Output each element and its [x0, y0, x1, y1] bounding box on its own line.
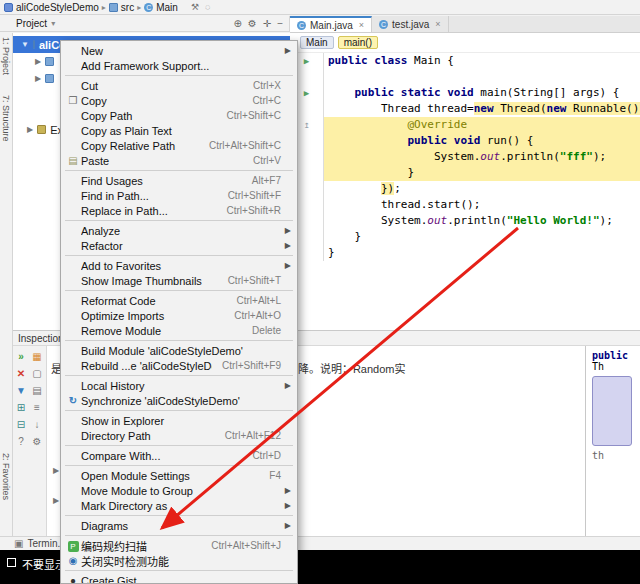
gear-icon[interactable]: ⚙: [248, 18, 257, 29]
menu-item-label: Cut: [81, 80, 243, 92]
menu-item-add-to-favorites[interactable]: Add to Favorites▶: [61, 258, 297, 273]
class-icon: C: [297, 21, 306, 30]
menu-item-synchronize[interactable]: ↻Synchronize 'aliCodeStyleDemo': [61, 393, 297, 408]
close-tab-icon[interactable]: ×: [435, 19, 440, 29]
expand-arrow-icon[interactable]: ▶: [35, 74, 41, 83]
filter-icon[interactable]: ▼: [16, 385, 26, 396]
pin-icon[interactable]: ▢: [32, 368, 41, 379]
editor-tab-test.java[interactable]: Ctest.java×: [372, 16, 449, 32]
gear-icon[interactable]: ⚙: [33, 436, 42, 447]
search-icon[interactable]: ◌: [205, 2, 210, 12]
locate-icon[interactable]: ⊕: [233, 18, 241, 29]
close-icon[interactable]: ✕: [17, 368, 25, 379]
menu-item-label: Show in Explorer: [81, 415, 281, 427]
menu-item-copy-as-plain-text[interactable]: Copy as Plain Text: [61, 123, 297, 138]
chevron-down-icon[interactable]: ▾: [51, 19, 55, 28]
export-icon[interactable]: ▦: [32, 351, 41, 362]
menu-item-copy-relative-path[interactable]: Copy Relative PathCtrl+Alt+Shift+C: [61, 138, 297, 153]
menu-item-label: Analyze: [81, 225, 281, 237]
menu-item-show-image-thumbnails[interactable]: Show Image ThumbnailsCtrl+Shift+T: [61, 273, 297, 288]
menu-item-add-framework-support[interactable]: Add Framework Support...: [61, 58, 297, 73]
code-line: thread.start();: [290, 197, 640, 213]
menu-item-show-in-explorer[interactable]: Show in Explorer: [61, 413, 297, 428]
menu-item-remove-module[interactable]: Remove ModuleDelete: [61, 323, 297, 338]
menu-item-optimize-imports[interactable]: Optimize ImportsCtrl+Alt+O: [61, 308, 297, 323]
menu-item-label: Copy as Plain Text: [81, 125, 281, 137]
sync-icon: ↻: [65, 395, 81, 406]
menu-item-shortcut: Ctrl+Shift+R: [227, 205, 281, 216]
help-icon[interactable]: ?: [18, 436, 24, 447]
nav-crumb-main[interactable]: Main: [156, 2, 178, 13]
nav-crumb-project[interactable]: aliCodeStyleDemo: [16, 2, 99, 13]
menu-item-move-module-to-group[interactable]: Move Module to Group▶: [61, 483, 297, 498]
menu-item-analyze[interactable]: Analyze▶: [61, 223, 297, 238]
tool-button-favorites[interactable]: 2: Favorites: [1, 453, 11, 500]
collapse-icon[interactable]: ✛: [263, 18, 271, 29]
menu-item-shortcut: Ctrl+Alt+O: [234, 310, 281, 321]
code-editor[interactable]: Main main() ▶public class Main {▶ public…: [290, 33, 640, 330]
menu-item-label: Remove Module: [81, 325, 242, 337]
inspection-toolbar: » ▦ ✕ ▢ ▼ ▤ ⊞ ≡ ⊟ ↓ ? ⚙: [13, 346, 47, 536]
menu-item-label: Synchronize 'aliCodeStyleDemo': [81, 395, 281, 407]
menu-item-new[interactable]: New▶: [61, 43, 297, 58]
tool-button-structure[interactable]: 7: Structure: [1, 95, 11, 142]
menu-item-label: Copy Relative Path: [81, 140, 199, 152]
menu-item-copy[interactable]: ❐CopyCtrl+C: [61, 93, 297, 108]
menu-item-shortcut: Ctrl+Alt+F12: [225, 430, 281, 441]
submenu-arrow-icon: ▶: [281, 226, 291, 235]
breadcrumb-class-chip[interactable]: Main: [300, 36, 334, 49]
settings-icon[interactable]: ≡: [34, 402, 40, 413]
menu-item-rebuild-module[interactable]: Rebuild ...e 'aliCodeStyleDemo'Ctrl+Shif…: [61, 358, 297, 373]
expand-arrow-icon[interactable]: ▼: [21, 40, 29, 49]
menu-item-label: Copy Path: [81, 110, 217, 122]
submenu-arrow-icon: ▶: [281, 521, 291, 530]
menu-item-find-in-path[interactable]: Find in Path...Ctrl+Shift+F: [61, 188, 297, 203]
expand-arrow-icon[interactable]: ▶: [27, 125, 33, 134]
build-icon[interactable]: ⚒: [191, 2, 199, 12]
code-line: ↥ @Override: [290, 117, 640, 133]
preview-highlight-box: [592, 376, 632, 446]
tool-button-project[interactable]: 1: Project: [1, 37, 11, 75]
menu-item-label: 关闭实时检测功能: [81, 553, 281, 569]
breadcrumb-method-chip[interactable]: main(): [338, 36, 378, 49]
editor-tab-Main.java[interactable]: CMain.java×: [290, 16, 372, 32]
ali-icon: P: [65, 540, 81, 552]
expand-arrow-icon[interactable]: ▶: [35, 57, 41, 66]
menu-item-cut[interactable]: CutCtrl+X: [61, 78, 297, 93]
menu-item-diagrams[interactable]: Diagrams▶: [61, 518, 297, 533]
menu-item-label: Local History: [81, 380, 281, 392]
expand-arrow-icon[interactable]: ▶: [53, 466, 59, 475]
menu-item-directory-path[interactable]: Directory PathCtrl+Alt+F12: [61, 428, 297, 443]
menu-item-create-gist[interactable]: ●Create Gist...: [61, 573, 297, 584]
menu-item-open-module-settings[interactable]: Open Module SettingsF4: [61, 468, 297, 483]
dont-show-checkbox[interactable]: [7, 558, 16, 567]
menu-item-build-module[interactable]: Build Module 'aliCodeStyleDemo': [61, 343, 297, 358]
menu-item-close-realtime-inspect[interactable]: ◉关闭实时检测功能: [61, 553, 297, 568]
navigate-down-icon[interactable]: ↓: [35, 419, 40, 430]
menu-item-replace-in-path[interactable]: Replace in Path...Ctrl+Shift+R: [61, 203, 297, 218]
collapse-all-icon[interactable]: ⊟: [17, 419, 25, 430]
menu-item-paste[interactable]: ▤PasteCtrl+V: [61, 153, 297, 168]
code-area[interactable]: ▶public class Main {▶ public static void…: [290, 53, 640, 261]
menu-item-copy-path[interactable]: Copy PathCtrl+Shift+C: [61, 108, 297, 123]
project-panel-title[interactable]: Project: [16, 18, 47, 29]
menu-item-compare-with[interactable]: Compare With...Ctrl+D: [61, 448, 297, 463]
code-line: public void run() {: [290, 133, 640, 149]
nav-crumb-src[interactable]: src: [121, 2, 134, 13]
close-tab-icon[interactable]: ×: [359, 20, 364, 30]
expand-arrow-icon[interactable]: ▶: [53, 496, 59, 505]
menu-item-label: Find in Path...: [81, 190, 218, 202]
menu-item-reformat-code[interactable]: Reformat CodeCtrl+Alt+L: [61, 293, 297, 308]
menu-item-shortcut: Ctrl+X: [253, 80, 281, 91]
rerun-inspection-icon[interactable]: »: [18, 351, 24, 362]
hide-icon[interactable]: −: [277, 18, 283, 29]
menu-item-label: Refactor: [81, 240, 281, 252]
menu-item-refactor[interactable]: Refactor▶: [61, 238, 297, 253]
menu-item-ali-code-scan[interactable]: P编码规约扫描Ctrl+Alt+Shift+J: [61, 538, 297, 553]
menu-item-find-usages[interactable]: Find UsagesAlt+F7: [61, 173, 297, 188]
menu-item-local-history[interactable]: Local History▶: [61, 378, 297, 393]
menu-separator: [65, 170, 293, 171]
menu-item-mark-directory-as[interactable]: Mark Directory as▶: [61, 498, 297, 513]
expand-all-icon[interactable]: ⊞: [17, 402, 25, 413]
group-icon[interactable]: ▤: [32, 385, 41, 396]
